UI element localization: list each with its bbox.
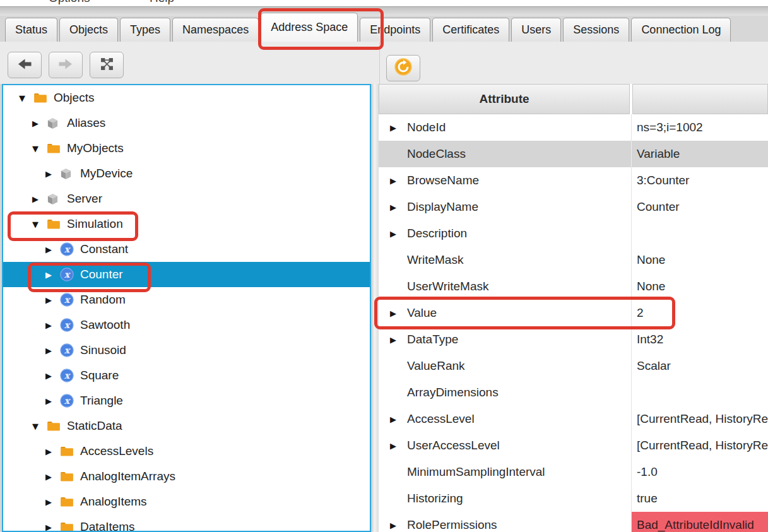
cube-icon [47,192,62,206]
chevron-right-icon[interactable]: ▶ [390,415,407,424]
tree-item-accesslevels[interactable]: ▶AccessLevels [3,439,370,464]
chevron-down-icon[interactable]: ▼ [15,93,30,103]
attribute-name-cell: ▶UserAccessLevel [379,432,631,459]
attributes-rows: ▶NodeIdns=3;i=1002NodeClassVariable▶Brow… [379,114,768,532]
chevron-right-icon[interactable]: ▶ [390,441,407,451]
chevron-right-icon[interactable]: ▶ [41,396,56,406]
attribute-row-accesslevel[interactable]: ▶AccessLevel[CurrentRead, HistoryRead] [379,406,768,432]
attribute-row-displayname[interactable]: ▶DisplayNameCounter [379,194,768,220]
back-button[interactable] [8,52,42,78]
chevron-right-icon[interactable]: ▶ [28,194,43,204]
attribute-name-cell: UserWriteMask [379,273,631,300]
tree-item-random[interactable]: ▶xRandom [3,287,370,312]
attribute-row-nodeid[interactable]: ▶NodeIdns=3;i=1002 [379,114,768,141]
refresh-icon [394,58,412,78]
tree-item-label: Sinusoid [80,343,126,357]
attribute-row-useraccesslevel[interactable]: ▶UserAccessLevel[CurrentRead, HistoryRea… [379,432,768,459]
menu-help[interactable]: Help [150,0,174,5]
tab-sessions[interactable]: Sessions [563,18,629,42]
attribute-row-minimumsamplinginterval[interactable]: MinimumSamplingInterval-1.0 [379,459,768,485]
tree-item-label: Server [67,192,102,206]
attribute-row-datatype[interactable]: ▶DataTypeInt32 [379,326,768,353]
chevron-down-icon[interactable]: ▼ [28,220,43,229]
attribute-row-userwritemask[interactable]: UserWriteMaskNone [379,273,768,300]
tree-item-counter[interactable]: ▶xCounter [3,262,370,287]
back-arrow-icon [17,58,32,73]
attribute-name: MinimumSamplingInterval [407,465,545,479]
chevron-right-icon[interactable]: ▶ [41,472,56,482]
chevron-down-icon[interactable]: ▼ [28,144,43,153]
chevron-right-icon[interactable]: ▶ [390,203,407,212]
tree-item-triangle[interactable]: ▶xTriangle [3,388,370,413]
tree-item-analogitemarrays[interactable]: ▶AnalogItemArrays [3,464,370,489]
attribute-row-arraydimensions[interactable]: ArrayDimensions [379,379,768,406]
chevron-right-icon[interactable]: ▶ [41,346,56,355]
attribute-column-header[interactable]: Attribute [379,84,630,114]
chevron-right-icon[interactable]: ▶ [390,176,407,186]
tree-item-myobjects[interactable]: ▼MyObjects [3,136,370,161]
attribute-value: Counter [631,194,768,220]
attribute-row-value[interactable]: ▶Value2 [379,300,768,326]
tab-endpoints[interactable]: Endpoints [360,18,430,42]
chevron-right-icon[interactable]: ▶ [41,497,56,507]
tree-item-square[interactable]: ▶xSquare [3,363,370,388]
tab-users[interactable]: Users [511,18,561,42]
tree-item-aliases[interactable]: ▶Aliases [3,110,370,136]
attribute-value: Scalar [631,353,768,379]
panel-splitter[interactable] [371,84,379,532]
attribute-row-historizing[interactable]: Historizingtrue [379,485,768,512]
chevron-right-icon[interactable]: ▶ [41,371,56,381]
tab-objects[interactable]: Objects [59,18,118,42]
tab-address-space[interactable]: Address Space [261,13,358,42]
show-references-button[interactable] [90,52,124,78]
tree-item-sinusoid[interactable]: ▶xSinusoid [3,338,370,363]
chevron-right-icon[interactable]: ▶ [390,229,407,239]
chevron-right-icon[interactable]: ▶ [390,123,407,133]
chevron-right-icon[interactable]: ▶ [41,245,56,254]
tab-namespaces[interactable]: Namespaces [172,18,259,42]
tree-item-label: MyDevice [80,167,133,180]
tab-types[interactable]: Types [120,18,170,42]
chevron-right-icon[interactable]: ▶ [41,169,56,179]
tree-item-dataitems[interactable]: ▶DataItems [3,514,370,532]
chevron-right-icon[interactable]: ▶ [41,295,56,305]
attribute-name-cell: ▶Description [379,220,631,247]
chevron-right-icon[interactable]: ▶ [390,309,407,318]
tree-item-label: DataItems [80,520,135,532]
attribute-row-browsename[interactable]: ▶BrowseName3:Counter [379,167,768,194]
tree-item-staticdata[interactable]: ▼StaticData [3,413,370,439]
tab-certificates[interactable]: Certificates [432,18,509,42]
chevron-right-icon[interactable]: ▶ [41,270,56,280]
chevron-right-icon[interactable]: ▶ [41,321,56,330]
chevron-right-icon[interactable]: ▶ [390,335,407,345]
cube-icon [47,116,62,130]
refresh-attributes-button[interactable] [386,55,420,81]
menu-bar: Options Help [0,0,768,6]
tab-connection-log[interactable]: Connection Log [631,18,731,42]
tree-item-label: Simulation [67,217,123,231]
chevron-down-icon[interactable]: ▼ [28,422,43,431]
attribute-name-cell: NodeClass [379,141,631,167]
tree-item-label: Square [80,369,119,382]
chevron-right-icon[interactable]: ▶ [41,523,56,532]
value-column-header[interactable] [632,84,768,114]
tree-item-objects[interactable]: ▼Objects [3,85,370,110]
tree-item-constant[interactable]: ▶xConstant [3,237,370,262]
attribute-row-description[interactable]: ▶Description [379,220,768,247]
tree-item-analogitems[interactable]: ▶AnalogItems [3,489,370,514]
tree-item-server[interactable]: ▶Server [3,186,370,211]
attribute-row-writemask[interactable]: WriteMaskNone [379,247,768,273]
attribute-row-valuerank[interactable]: ValueRankScalar [379,353,768,379]
menu-options[interactable]: Options [49,0,90,5]
forward-button[interactable] [49,52,83,78]
folder-icon [60,470,75,483]
tab-status[interactable]: Status [5,18,57,42]
tree-item-mydevice[interactable]: ▶MyDevice [3,161,370,186]
tree-item-simulation[interactable]: ▼Simulation [3,211,370,237]
chevron-right-icon[interactable]: ▶ [28,119,43,128]
attribute-row-rolepermissions[interactable]: ▶RolePermissionsBad_AttributeIdInvalid [379,512,768,532]
tree-item-sawtooth[interactable]: ▶xSawtooth [3,312,370,338]
chevron-right-icon[interactable]: ▶ [41,447,56,456]
attribute-row-nodeclass[interactable]: NodeClassVariable [379,141,768,167]
chevron-right-icon[interactable]: ▶ [390,521,407,530]
